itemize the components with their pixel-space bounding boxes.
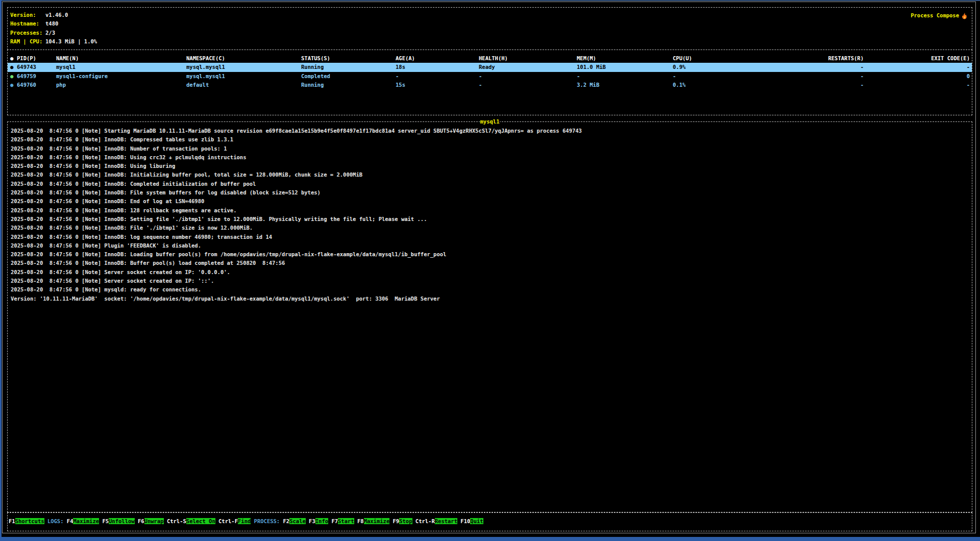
process-cell: - xyxy=(762,63,864,71)
process-cell: 0 xyxy=(864,72,972,81)
shortcut-f6[interactable]: F6Unwrap xyxy=(138,518,164,524)
process-cell: - xyxy=(479,72,577,81)
shortcut-ctrl-f[interactable]: Ctrl-FFind xyxy=(218,518,251,524)
shortcut-f3[interactable]: F3Info xyxy=(309,518,328,524)
shortcut-key: Ctrl-S xyxy=(167,518,186,524)
shortcut-f8[interactable]: F8Maximize xyxy=(357,518,389,524)
log-line: 2025-08-20 8:47:56 0 [Note] mysqld: read… xyxy=(11,285,972,294)
process-cell: php xyxy=(56,81,186,89)
terminal-left-edge xyxy=(0,0,2,541)
terminal-bottom-edge xyxy=(0,537,980,541)
process-table-header: ●PID(P)NAME(N)NAMESPACE(C)STATUS(S)AGE(A… xyxy=(8,54,972,63)
process-cell: 0.9% xyxy=(673,63,762,71)
shortcut-key: F8 xyxy=(357,518,364,524)
shortcut-ctrl-r[interactable]: Ctrl-RRestart xyxy=(415,518,457,524)
help-bar: F1Shortcuts LOGS: F4Maximize F5Unfollow … xyxy=(7,512,972,531)
process-cell: - xyxy=(577,72,673,81)
system-info-label: Hostname: xyxy=(10,19,45,28)
header-panel: Version:v1.46.0Hostname:t480Processes:2/… xyxy=(7,7,972,50)
column-header-cpuu[interactable]: CPU(U) xyxy=(673,54,762,63)
shortcut-f2[interactable]: F2Scale xyxy=(283,518,306,524)
help-bar-content: F1Shortcuts LOGS: F4Maximize F5Unfollow … xyxy=(9,517,972,526)
shortcut-f1[interactable]: F1Shortcuts xyxy=(9,518,44,524)
process-cell: mysql1-configure xyxy=(56,72,186,81)
column-header-namespacec[interactable]: NAMESPACE(C) xyxy=(186,54,301,63)
shortcut-action: Restart xyxy=(435,518,457,524)
shortcut-key: F5 xyxy=(102,518,109,524)
process-table-panel: ●PID(P)NAME(N)NAMESPACE(C)STATUS(S)AGE(A… xyxy=(7,50,972,115)
log-line: 2025-08-20 8:47:56 0 [Note] InnoDB: File… xyxy=(11,224,972,232)
system-info-value: t480 xyxy=(45,20,58,27)
shortcut-action: Maximize xyxy=(73,518,99,524)
flame-icon xyxy=(961,12,968,19)
shortcut-key: F4 xyxy=(67,518,74,524)
log-line: 2025-08-20 8:47:56 0 [Note] InnoDB: Sett… xyxy=(11,215,972,224)
shortcut-key: F3 xyxy=(309,518,315,524)
column-header-pidp[interactable]: PID(P) xyxy=(17,54,56,63)
process-cell: - xyxy=(762,81,864,89)
process-row-mysql1[interactable]: ●649743mysql1mysql.mysql1Running18sReady… xyxy=(8,63,972,71)
shortcut-f5[interactable]: F5Unfollow xyxy=(102,518,134,524)
process-cell: Running xyxy=(301,81,396,89)
column-header-namen[interactable]: NAME(N) xyxy=(56,54,186,63)
process-cell: - xyxy=(762,72,864,81)
process-cell: Ready xyxy=(479,63,577,71)
app-title-text: Process Compose xyxy=(911,11,959,20)
column-header-restartsr[interactable]: RESTARTS(R) xyxy=(762,54,864,63)
process-cell: 15s xyxy=(396,81,479,89)
status-dot-icon: ● xyxy=(8,63,17,71)
process-cell: mysql1 xyxy=(56,63,186,71)
shortcut-key: F7 xyxy=(331,518,338,524)
system-info-label: RAM | CPU: xyxy=(10,37,45,46)
process-cell: - xyxy=(673,72,762,81)
shortcut-key: F10 xyxy=(460,518,470,524)
process-table-body: ●649743mysql1mysql.mysql1Running18sReady… xyxy=(8,63,972,89)
log-panel[interactable]: mysql1 2025-08-20 8:47:56 0 [Note] Start… xyxy=(7,121,972,512)
terminal-top-edge xyxy=(0,0,980,1)
process-compose-app: { "app": { "title": "Process Compose", "… xyxy=(0,0,980,541)
column-header-exitcodee[interactable]: EXIT CODE(E) xyxy=(864,54,972,63)
shortcut-f10[interactable]: F10Quit xyxy=(460,518,483,524)
column-header-agea[interactable]: AGE(A) xyxy=(396,54,479,63)
process-cell: - xyxy=(396,72,479,81)
process-cell: 0.1% xyxy=(673,81,762,89)
shortcut-key: F9 xyxy=(393,518,400,524)
system-info: Version:v1.46.0Hostname:t480Processes:2/… xyxy=(10,11,969,46)
process-row-mysql1-configure[interactable]: ●649759mysql1-configuremysql.mysql1Compl… xyxy=(8,72,972,81)
system-info-line: RAM | CPU:104.3 MiB | 1.0% xyxy=(10,37,969,46)
shortcut-f9[interactable]: F9Stop xyxy=(393,518,412,524)
shortcut-action: Find xyxy=(238,518,251,524)
log-line: 2025-08-20 8:47:56 0 [Note] InnoDB: File… xyxy=(11,188,972,197)
system-info-value: 104.3 MiB | 1.0% xyxy=(45,38,97,44)
log-line: 2025-08-20 8:47:56 0 [Note] InnoDB: log … xyxy=(11,233,972,241)
system-info-label: Processes: xyxy=(10,29,45,37)
process-cell: 649743 xyxy=(17,63,56,71)
shortcut-ctrl-s[interactable]: Ctrl-SSelect On xyxy=(167,518,215,524)
process-cell: Running xyxy=(301,63,396,71)
table-header-indicator: ● xyxy=(8,54,17,63)
system-info-value: 2/3 xyxy=(45,30,55,36)
process-cell: default xyxy=(186,81,301,89)
shortcut-key: F2 xyxy=(283,518,290,524)
process-cell: 3.2 MiB xyxy=(577,81,673,89)
shortcut-f7[interactable]: F7Start xyxy=(331,518,354,524)
shortcut-key: Ctrl-R xyxy=(415,518,435,524)
log-line: 2025-08-20 8:47:56 0 [Note] Server socke… xyxy=(11,277,972,285)
process-cell: 18s xyxy=(396,63,479,71)
log-line: 2025-08-20 8:47:56 0 [Note] InnoDB: End … xyxy=(11,197,972,206)
system-info-value: v1.46.0 xyxy=(45,12,68,18)
shortcut-action: Unwrap xyxy=(144,518,164,524)
log-line: 2025-08-20 8:47:56 0 [Note] InnoDB: Usin… xyxy=(11,153,972,162)
process-cell: - xyxy=(864,81,972,89)
shortcut-key: Ctrl-F xyxy=(218,518,238,524)
column-header-statuss[interactable]: STATUS(S) xyxy=(301,54,396,63)
shortcut-f4[interactable]: F4Maximize xyxy=(67,518,99,524)
log-line: 2025-08-20 8:47:56 0 [Note] InnoDB: Comp… xyxy=(11,135,972,144)
process-cell: - xyxy=(479,81,577,89)
column-header-memm[interactable]: MEM(M) xyxy=(577,54,673,63)
log-line: 2025-08-20 8:47:56 0 [Note] InnoDB: Load… xyxy=(11,250,972,259)
column-header-healthh[interactable]: HEALTH(H) xyxy=(479,54,577,63)
process-row-php[interactable]: ●649760phpdefaultRunning15s-3.2 MiB0.1%-… xyxy=(8,81,972,89)
process-cell: mysql.mysql1 xyxy=(186,72,301,81)
log-line: 2025-08-20 8:47:56 0 [Note] InnoDB: Comp… xyxy=(11,180,972,188)
